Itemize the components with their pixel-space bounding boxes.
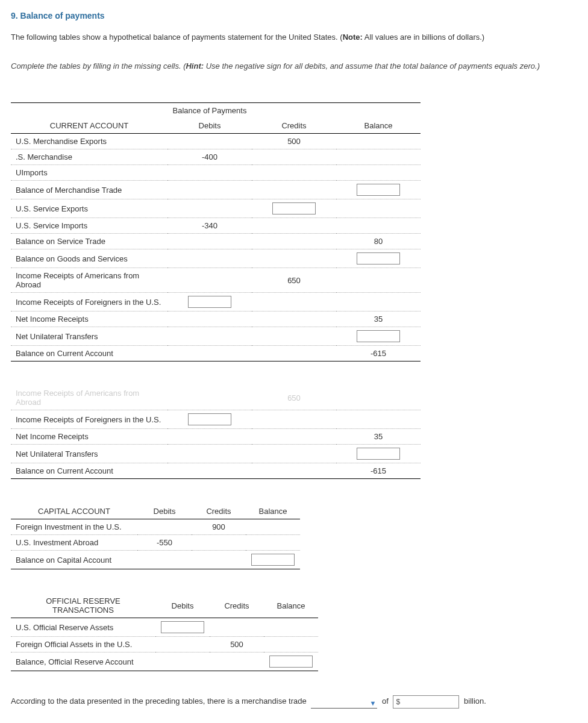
balance-capital-input[interactable] [251,554,295,566]
table-row: Income Receipts of Foreigners in the U.S… [11,293,421,311]
table-current-account: Balance of Payments CURRENT ACCOUNT Debi… [11,102,421,362]
table1-title: Balance of Payments [167,103,252,119]
row-label: U.S. Investment Abroad [11,535,137,551]
net-unilateral-input-2[interactable] [357,448,400,460]
row-label: Balance on Current Account [11,346,167,362]
row-label: Income Receipts of Foreigners in the U.S… [11,293,167,311]
cell-value: -550 [137,535,192,551]
header-credits: Credits [210,593,264,618]
table-row: Balance on Goods and Services [11,249,421,268]
header-debits: Debits [137,504,192,519]
income-foreigners-debits-input-2[interactable] [188,413,231,425]
service-exports-input[interactable] [272,202,316,214]
row-label: Income Receipts of Foreigners in the U.S… [11,410,167,429]
table-row: .S. Merchandise -400 [11,149,421,165]
table-row: U.S. Merchandise Exports 500 [11,134,421,149]
us-reserve-debits-input[interactable] [161,621,204,633]
balance-merch-trade-input[interactable] [357,184,400,196]
table-row: Balance of Merchandise Trade [11,181,421,199]
table-row: Foreign Investment in the U.S. 900 [11,519,300,535]
intro-pre: The following tables show a hypothetical… [11,33,343,42]
row-label: Balance on Current Account [11,463,167,479]
row-label: U.S. Service Imports [11,218,167,234]
table-row: Foreign Official Assets in the U.S. 500 [11,637,318,653]
row-label: Net Unilateral Transfers [11,445,167,463]
table-row: UImports [11,165,421,181]
table-row: Balance on Service Trade 80 [11,234,421,249]
dollar-prefix: $ [396,698,400,706]
question-title: 9. Balance of payments [11,11,577,20]
instruction-pre: Complete the tables by filling in the mi… [11,61,186,70]
cell-value: 35 [336,429,421,445]
cell-value: 500 [210,637,264,653]
net-unilateral-input[interactable] [357,330,400,342]
dollar-amount-input[interactable]: $ [393,695,459,709]
header-balance: Balance [246,504,300,519]
row-label: UImports [11,165,167,181]
table-row: Net Income Receipts 35 [11,429,421,445]
bottom-suffix: billion. [464,697,486,706]
table-row-truncated: Income Receipts of Americans from Abroad… [11,386,421,410]
table-row: U.S. Investment Abroad -550 [11,535,300,551]
table-row: Balance on Current Account -615 [11,346,421,362]
instruction-hint-bold: Hint: [186,61,204,70]
table-row: Income Receipts of Foreigners in the U.S… [11,410,421,429]
cell-value: 500 [252,134,336,149]
cell-value: -615 [336,463,421,479]
header-credits: Credits [252,118,336,134]
header-capital-account: CAPITAL ACCOUNT [11,504,137,519]
merchandise-trade-dropdown[interactable]: ▼ [311,708,377,709]
balance-goods-services-input[interactable] [357,252,400,264]
cell-value: -340 [167,218,252,234]
table-row: U.S. Official Reserve Assets [11,618,318,637]
bottom-of: of [382,697,390,706]
cell-value: 80 [336,234,421,249]
cell-value: -400 [167,149,252,165]
table-row: Net Unilateral Transfers [11,445,421,463]
intro-text: The following tables show a hypothetical… [11,31,577,43]
row-label: U.S. Merchandise Exports [11,134,167,149]
income-foreigners-debits-input[interactable] [188,296,231,308]
header-balance: Balance [264,593,318,618]
row-label: Net Unilateral Transfers [11,327,167,346]
row-label: Balance on Service Trade [11,234,167,249]
intro-post: All values are in billions of dollars.) [363,33,484,42]
table-row: U.S. Service Imports -340 [11,218,421,234]
header-credits: Credits [192,504,246,519]
row-label: Foreign Official Assets in the U.S. [11,637,155,653]
table-current-account-dup: Income Receipts of Americans from Abroad… [11,386,421,479]
chevron-down-icon: ▼ [369,700,376,707]
header-balance: Balance [336,118,421,134]
header-debits: Debits [155,593,210,618]
cell-value: 900 [192,519,246,535]
row-label: Balance on Goods and Services [11,249,167,268]
table-official-reserve: OFFICIAL RESERVE TRANSACTIONS Debits Cre… [11,593,318,671]
instruction-text: Complete the tables by filling in the mi… [11,60,577,73]
header-current-account: CURRENT ACCOUNT [11,118,167,134]
row-label: Net Income Receipts [11,311,167,327]
cell-value: 650 [252,268,336,293]
row-label: Balance of Merchandise Trade [11,181,167,199]
table-row: Net Unilateral Transfers [11,327,421,346]
table-row: Balance on Capital Account [11,551,300,569]
header-debits: Debits [167,118,252,134]
row-label: Balance on Capital Account [11,551,137,569]
balance-reserve-input[interactable] [269,656,313,668]
row-label: Balance, Official Reserve Account [11,653,155,671]
table-row: Balance, Official Reserve Account [11,653,318,671]
cell-value: -615 [336,346,421,362]
row-label: U.S. Service Exports [11,199,167,218]
header-official-reserve: OFFICIAL RESERVE TRANSACTIONS [11,593,155,618]
cell-value: 35 [336,311,421,327]
row-label: Foreign Investment in the U.S. [11,519,137,535]
bottom-pre: According to the data presented in the p… [11,697,308,706]
row-label: .S. Merchandise [11,149,167,165]
table-row: Income Receipts of Americans from Abroad… [11,268,421,293]
table-capital-account: CAPITAL ACCOUNT Debits Credits Balance F… [11,503,300,569]
bottom-sentence: According to the data presented in the p… [11,695,577,709]
intro-note-bold: Note: [343,33,363,42]
table-row: Balance on Current Account -615 [11,463,421,479]
table-row: U.S. Service Exports [11,199,421,218]
table-row: Net Income Receipts 35 [11,311,421,327]
instruction-post: Use the negative sign for all debits, an… [204,61,540,70]
